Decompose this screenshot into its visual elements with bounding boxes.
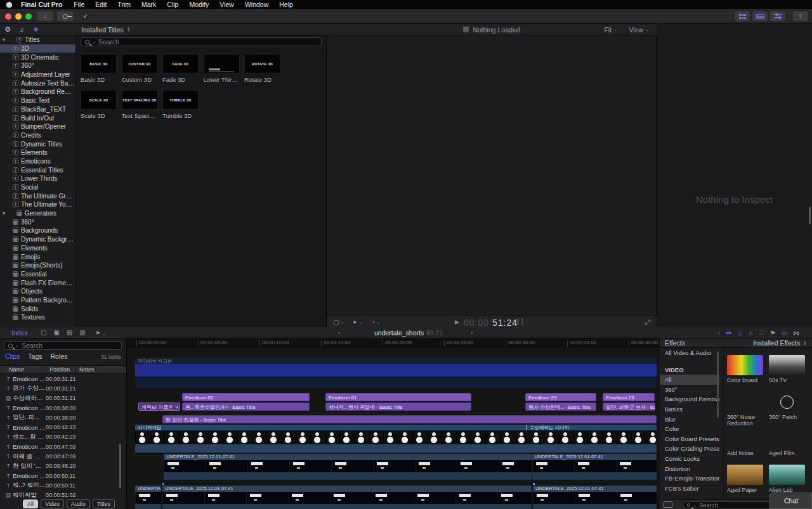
sidebar-item-title-category[interactable]: T 3D Cinematic bbox=[0, 53, 75, 61]
title-thumbnail[interactable]: FADE 3D bbox=[162, 54, 199, 74]
edit-tool-icon[interactable]: ▤ bbox=[67, 329, 72, 336]
effects-category[interactable]: Color Board Presets bbox=[660, 434, 719, 444]
effects-category[interactable] bbox=[660, 358, 719, 365]
select-tool-dropdown[interactable]: ➤ ⌄ bbox=[95, 329, 106, 336]
effect-thumbnail[interactable] bbox=[769, 428, 805, 448]
sidebar-item-title-category[interactable]: T The Ultimate YouTube... bbox=[0, 200, 75, 209]
timeline-back-icon[interactable]: ‹ bbox=[338, 329, 340, 336]
title-clip[interactable]: Emoticon 02 bbox=[182, 393, 310, 401]
sidebar-item-generator-category[interactable]: ▦ Objects bbox=[0, 287, 75, 296]
media-clip[interactable]: UNDERTALE_2025.12.01-07.41 bbox=[164, 454, 532, 480]
effect-thumbnail[interactable] bbox=[769, 465, 805, 485]
index-row[interactable]: T Emoticon 35 00:00:42:23 bbox=[0, 422, 127, 432]
menu-item[interactable]: File bbox=[74, 1, 84, 8]
edit-tool-icon[interactable]: ▥ bbox=[79, 329, 85, 336]
effects-category[interactable]: Color Grading Presets bbox=[660, 444, 719, 454]
inspector-scrollbar[interactable] bbox=[809, 207, 811, 224]
show-browser-button[interactable] bbox=[735, 11, 750, 21]
viewer-view-dropdown[interactable]: View⌄ bbox=[629, 26, 649, 34]
index-row[interactable]: T 뭔가 수상한데.. 00:00:31:21 bbox=[0, 383, 127, 393]
sidebar-group-titles[interactable]: ▾ T Titles bbox=[0, 35, 75, 44]
title-thumbnail-item[interactable]: TUMBLE 3D Tumble 3D bbox=[162, 90, 199, 126]
sidebar-item-title-category[interactable]: T Adjustment Layer bbox=[0, 70, 75, 79]
sidebar-item-title-category[interactable]: T Lower Thirds bbox=[0, 174, 75, 183]
edit-tool-icon[interactable]: ▣ bbox=[53, 329, 59, 336]
title-clip[interactable]: 캐릭터 이름은 '시너자'로.... bbox=[138, 403, 180, 411]
sidebar-item-title-category[interactable]: T The Ultimate Graphics... bbox=[0, 191, 75, 200]
timeline-option-icon[interactable]: ⁙ bbox=[759, 330, 764, 337]
sidebar-item-title-category[interactable]: T Basic Text bbox=[0, 96, 75, 105]
index-filter-tab[interactable]: All bbox=[23, 499, 38, 508]
menu-item[interactable]: Trim bbox=[117, 1, 131, 8]
zoom-window-button[interactable] bbox=[25, 13, 32, 20]
index-row[interactable]: T 어째 좀 수상… 00:00:47:09 bbox=[0, 451, 127, 461]
effects-category[interactable]: FB-Emojis-Transitions bbox=[660, 474, 719, 484]
index-row[interactable]: ▨ 수상해하는 시… 00:00:31:21 bbox=[0, 394, 127, 403]
title-clip[interactable]: 음.. 튜토리얼인가? - Basic Title bbox=[182, 403, 310, 411]
menu-item[interactable]: Modify bbox=[189, 1, 209, 8]
close-window-button[interactable] bbox=[5, 13, 11, 20]
timeline-ruler[interactable]: 00:00:00:0000:00:05:0000:00:10:0000:00:1… bbox=[127, 338, 660, 347]
index-scrollbar[interactable] bbox=[119, 444, 121, 488]
title-thumbnail-item[interactable]: ROTATE 3D Rotate 3D bbox=[244, 54, 280, 90]
disclosure-triangle-icon[interactable]: ▾ bbox=[3, 37, 8, 42]
effect-thumbnail[interactable] bbox=[769, 355, 805, 375]
chat-window-corner[interactable]: Chat bbox=[769, 493, 812, 509]
timeline-forward-icon[interactable]: › bbox=[471, 329, 473, 336]
sidebar-item-generator-category[interactable]: ▦ Elements bbox=[0, 244, 75, 253]
show-timeline-button[interactable] bbox=[752, 11, 768, 21]
index-row[interactable]: T 엔트.. 참 아름… 00:00:42:23 bbox=[0, 432, 127, 442]
timeline-option-icon[interactable]: ⋈ bbox=[793, 330, 799, 337]
background-tasks-button[interactable]: ✓ bbox=[77, 11, 94, 21]
sidebar-item-generator-category[interactable]: ▦ Textures bbox=[0, 313, 75, 322]
media-clip[interactable]: UNDERTALE_2025.12.01-07.41 bbox=[162, 486, 532, 509]
title-clip[interactable]: 한 없이 친절한 - Basic Title bbox=[162, 415, 657, 423]
retime-dropdown[interactable]: ◔⌄ bbox=[371, 319, 380, 326]
sidebar-item-title-category[interactable]: T Social bbox=[0, 183, 75, 192]
index-row[interactable]: T Emoticon 32 00:00:50:11 bbox=[0, 471, 127, 480]
timeline-option-icon[interactable]: ⊣ bbox=[714, 330, 720, 337]
timeline-option-icon[interactable]: ▭ bbox=[781, 330, 787, 337]
effect-thumbnail[interactable] bbox=[727, 428, 763, 448]
index-filter-tab[interactable]: Video bbox=[41, 499, 64, 508]
audio-meter-bar[interactable] bbox=[517, 318, 519, 325]
menu-item[interactable]: Help bbox=[279, 1, 293, 8]
index-row[interactable]: T 일단, 피하고… 00:00:38:00 bbox=[0, 413, 127, 422]
title-thumbnail-item[interactable]: CUSTOM 3D Custom 3D bbox=[122, 54, 158, 90]
title-thumbnail-item[interactable]: BASIC 3D Basic 3D bbox=[81, 54, 117, 90]
photos-audio-icon[interactable]: ♫ bbox=[19, 26, 24, 33]
timeline-option-icon[interactable]: ⟚ bbox=[726, 329, 731, 337]
sidebar-item-title-category[interactable]: T Emoticons bbox=[0, 157, 75, 166]
sidebar-item-generator-category[interactable]: ▦ Solids bbox=[0, 304, 75, 313]
timeline-option-icon[interactable]: ∩ bbox=[749, 330, 753, 337]
sidebar-item-title-category[interactable]: T Build In/Out bbox=[0, 113, 75, 122]
effects-category[interactable]: Background Remover bbox=[660, 394, 719, 404]
marker-icon[interactable] bbox=[533, 483, 535, 485]
effect-item[interactable]: Add Noise bbox=[727, 428, 769, 465]
keyword-editor-button[interactable] bbox=[57, 11, 74, 21]
titles-generators-icon[interactable]: ❖ bbox=[33, 26, 39, 33]
sidebar-group-generators[interactable]: ▾ ▦ Generators bbox=[0, 209, 75, 218]
title-thumbnail[interactable]: ROTATE 3D bbox=[244, 54, 280, 74]
title-thumbnail[interactable]: BASIC 3D bbox=[81, 54, 117, 74]
sidebar-item-generator-category[interactable]: ▦ Dynamic Backgrounds bbox=[0, 235, 75, 244]
sidebar-toggle-icon[interactable] bbox=[664, 501, 672, 508]
sidebar-item-generator-category[interactable]: ▦ Backgrounds bbox=[0, 226, 75, 235]
viewer-fit-dropdown[interactable]: Fit⌄ bbox=[604, 26, 617, 34]
sidebar-item-generator-category[interactable]: ▦ Emojis(Shorts) bbox=[0, 261, 75, 270]
index-row[interactable]: T 한 없이 '불'친… 00:00:48:20 bbox=[0, 461, 127, 471]
timeline[interactable]: 00:00:00:0000:00:05:0000:00:10:0000:00:1… bbox=[127, 338, 660, 509]
effects-category[interactable]: VIDEO bbox=[660, 365, 719, 375]
marker-icon[interactable] bbox=[162, 483, 164, 485]
title-clip[interactable]: 뭔가 수상한데.. - Basic Title bbox=[525, 403, 596, 411]
effect-item[interactable]: 50s TV bbox=[769, 355, 811, 392]
menu-item[interactable]: Clip bbox=[167, 1, 178, 8]
menu-item[interactable]: View bbox=[219, 1, 234, 8]
title-thumbnail-item[interactable]: Lower Third 3D bbox=[204, 54, 240, 90]
effects-category[interactable]: Comic Looks bbox=[660, 454, 719, 464]
sidebar-item-title-category[interactable]: T Essential Titles bbox=[0, 165, 75, 174]
effect-thumbnail[interactable] bbox=[727, 392, 763, 412]
effect-thumbnail[interactable] bbox=[769, 392, 805, 412]
browser-search-field[interactable]: ⌄ Search bbox=[81, 37, 322, 46]
title-thumbnail-item[interactable]: TEXT SPACING 3D Text Spacing 3D bbox=[122, 90, 158, 126]
